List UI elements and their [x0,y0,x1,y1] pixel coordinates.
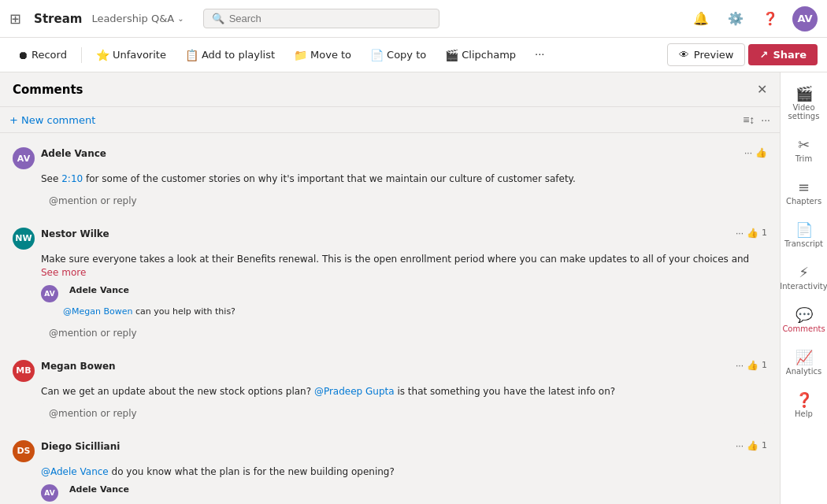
comments-icon: 💬 [795,306,813,323]
more-comments-button[interactable]: ··· [761,113,770,126]
timestamp-link[interactable]: 2:10 [61,173,83,184]
record-icon: ⏺ [17,49,28,61]
preview-button[interactable]: 👁 Preview [667,43,746,66]
comment-author: Diego Sicilliani [41,441,120,452]
side-tool-help[interactable]: ❓ Help [784,385,825,424]
comment-like-button[interactable]: 👍 [747,228,758,239]
comment-body: Make sure everyone takes a look at their… [41,253,767,280]
comment-more-button[interactable]: ··· [736,360,744,371]
side-tool-transcript[interactable]: 📄 Transcript [784,215,825,254]
preview-icon: 👁 [679,49,689,61]
add-to-playlist-button[interactable]: 📋 Add to playlist [177,46,283,65]
side-tool-analytics[interactable]: 📈 Analytics [784,343,825,382]
comment-author: Megan Bowen [41,361,116,372]
mention: @Pradeep Gupta [314,386,395,397]
nested-reply: AV Adele Vance @Megan Bowen can you help… [41,285,767,317]
comment-actions: ··· 👍 1 [736,228,767,239]
nav-right: 🔔 ⚙️ ❓ AV [688,6,818,32]
comments-title: Comments [13,83,751,97]
toolbar: ⏺ Record ⭐ Unfavorite 📋 Add to playlist … [0,38,827,72]
comment-like-button[interactable]: 👍 [747,360,758,371]
comment-actions: ··· 👍 1 [736,440,767,451]
settings-button[interactable]: ⚙️ [723,6,748,32]
sort-comments-button[interactable]: ≡↕ [743,113,755,126]
comment-meta: Adele Vance [41,147,738,159]
side-tool-comments[interactable]: 💬 Comments [784,300,825,339]
playlist-icon: 📋 [185,49,198,61]
move-to-button[interactable]: 📁 Move to [286,46,359,65]
comment-header: AV Adele Vance ··· 👍 [13,147,767,169]
comment-meta: Nestor Wilke [41,228,729,239]
move-icon: 📁 [294,49,307,61]
help-side-icon: ❓ [795,391,813,408]
comment-item: AV Adele Vance ··· 👍 See 2:10 for some o… [6,139,773,220]
comment-more-button[interactable]: ··· [736,440,744,451]
comment-header: NW Nestor Wilke ··· 👍 1 [13,228,767,250]
side-toolbar: 🎬 Video settings ✂ Trim ≡ Chapters 📄 Tra… [780,72,827,504]
search-input[interactable] [229,13,431,24]
comment-item: DS Diego Sicilliani ··· 👍 1 @Adele Vance… [6,432,773,504]
comment-more-button[interactable]: ··· [744,147,752,158]
reply-input-1[interactable]: @mention or reply [41,191,767,211]
side-tool-video-settings[interactable]: 🎬 Video settings [784,79,825,127]
copy-to-button[interactable]: 📄 Copy to [362,46,434,65]
notifications-button[interactable]: 🔔 [688,6,714,32]
comment-more-button[interactable]: ··· [736,228,744,239]
clipchamp-button[interactable]: 🎬 Clipchamp [437,46,524,65]
comments-close-button[interactable]: ✕ [757,82,767,97]
reply-input-3[interactable]: @mention or reply [41,403,767,424]
side-tool-interactivity[interactable]: ⚡ Interactivity [784,258,825,297]
right-container: Comments ✕ + New comment ≡↕ ··· AV Adele… [0,72,827,504]
chapters-icon: ≡ [798,179,810,195]
comment-meta: Diego Sicilliani [41,440,729,452]
expand-icon[interactable]: ⌄ [177,14,184,23]
app-name: Stream [34,12,82,26]
reply-author: Adele Vance [69,484,129,495]
reply-input-2[interactable]: @mention or reply [41,323,767,343]
avatar-adele-1: AV [13,147,35,169]
waffle-icon[interactable]: ⊞ [9,10,21,27]
comment-body: @Adele Vance do you know what the plan i… [41,465,767,479]
comment-meta: Megan Bowen [41,360,729,372]
nested-reply: AV Adele Vance Yes, building owners will… [41,484,767,504]
mention: @Adele Vance [41,466,109,477]
analytics-icon: 📈 [795,349,813,365]
interactivity-icon: ⚡ [799,264,809,280]
comment-body: Can we get an update about the new stock… [41,385,767,398]
comment-body: See 2:10 for some of the customer storie… [41,172,767,186]
search-icon: 🔍 [212,13,224,24]
side-tool-chapters[interactable]: ≡ Chapters [784,172,825,212]
new-comment-button[interactable]: + New comment [9,114,95,126]
comments-header: Comments ✕ [0,72,780,107]
main-layout: See more about Contoso values here: http… [0,72,827,504]
comments-section: Comments ✕ + New comment ≡↕ ··· AV Adele… [0,72,780,504]
comment-header: DS Diego Sicilliani ··· 👍 1 [13,440,767,462]
avatar-diego: DS [13,440,35,462]
reply-header: AV Adele Vance [41,484,767,502]
like-count: 1 [762,360,767,370]
record-button[interactable]: ⏺ Record [9,46,75,65]
video-settings-icon: 🎬 [795,85,813,102]
top-nav: ⊞ Stream Leadership Q&A ⌄ 🔍 🔔 ⚙️ ❓ AV [0,0,827,38]
video-title-breadcrumb[interactable]: Leadership Q&A [91,13,174,24]
star-icon: ⭐ [96,49,109,61]
comment-actions: ··· 👍 1 [736,360,767,371]
comment-like-button[interactable]: 👍 [755,147,767,158]
see-more-link[interactable]: See more [41,267,86,278]
help-nav-button[interactable]: ❓ [758,6,783,32]
avatar-adele-reply: AV [41,285,58,302]
side-tool-trim[interactable]: ✂ Trim [784,130,825,169]
avatar-megan: MB [13,360,35,382]
unfavorite-button[interactable]: ⭐ Unfavorite [88,46,174,65]
more-button[interactable]: ··· [527,46,552,64]
share-button[interactable]: ↗ Share [748,44,818,65]
avatar[interactable]: AV [792,6,818,32]
reply-body: @Megan Bowen can you help with this? [63,306,767,317]
trim-icon: ✂ [798,136,810,153]
comment-like-button[interactable]: 👍 [747,440,758,451]
comment-actions-right: ≡↕ ··· [743,113,770,126]
breadcrumb-nav: Leadership Q&A ⌄ [91,13,184,24]
comments-list: AV Adele Vance ··· 👍 See 2:10 for some o… [0,133,780,504]
like-count: 1 [762,440,767,450]
search-bar[interactable]: 🔍 [203,9,439,28]
